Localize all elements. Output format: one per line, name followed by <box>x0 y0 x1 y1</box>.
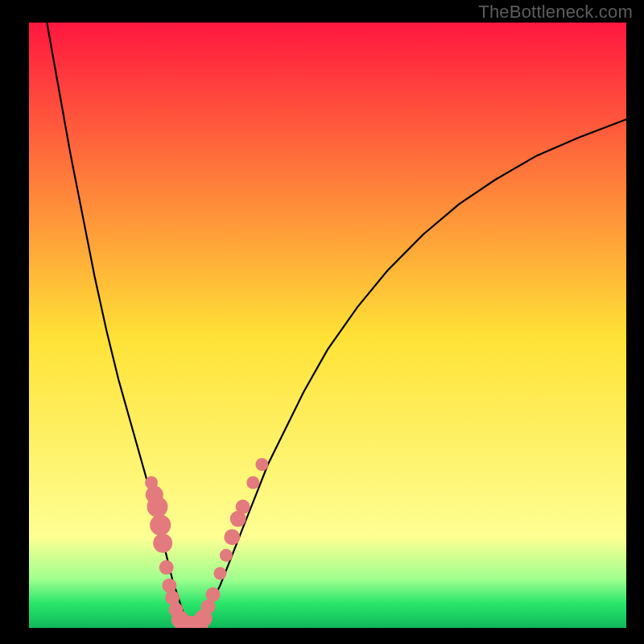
marker-dot <box>147 497 168 518</box>
marker-dot <box>162 578 176 592</box>
marker-dot <box>255 458 268 471</box>
marker-dot <box>206 588 221 602</box>
chart-container: { "watermark": "TheBottleneck.com", "col… <box>0 0 644 644</box>
marker-dot <box>213 567 226 580</box>
marker-dot <box>150 514 171 535</box>
marker-dot <box>220 549 233 562</box>
marker-dot <box>246 477 259 489</box>
plot-area <box>29 23 626 628</box>
watermark-text: TheBottleneck.com <box>478 2 633 23</box>
marker-dot <box>159 560 174 575</box>
marker-dot <box>236 500 250 514</box>
marker-dot <box>153 534 172 553</box>
chart-svg <box>29 23 626 628</box>
marker-dot <box>224 529 240 545</box>
gradient-background <box>29 23 626 628</box>
